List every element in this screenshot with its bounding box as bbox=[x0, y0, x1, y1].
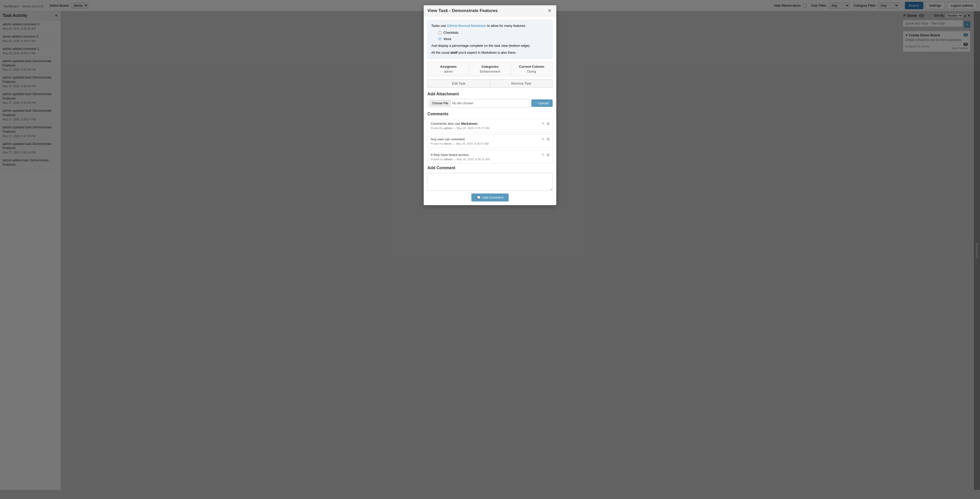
checklist-item: Checklists bbox=[438, 30, 549, 35]
add-comment-heading: Add Comment bbox=[427, 166, 553, 170]
markdown-link[interactable]: GitHub flavored Markdown bbox=[447, 24, 486, 28]
add-attachment-heading: Add Attachment bbox=[427, 92, 553, 96]
categories-label: Categories bbox=[473, 65, 508, 69]
add-comment-textarea[interactable] bbox=[427, 173, 553, 191]
feature-list: Checklists ☑ Work bbox=[435, 30, 549, 42]
add-attachment-section: Add Attachment Choose File No file chose… bbox=[427, 92, 553, 108]
assignees-value: admin bbox=[431, 70, 466, 73]
comment-actions-2: ✎ 🗑 bbox=[541, 137, 550, 142]
modal-body: Tasks use GitHub flavored Markdown to al… bbox=[424, 16, 556, 205]
comment-date-3: May 28, 2020, 8:36:31 AM bbox=[457, 158, 490, 161]
comment-item: Any user can comment. Posted by demo — M… bbox=[427, 134, 553, 148]
task-actions: Edit Task Remove Task bbox=[427, 79, 553, 88]
comment-date-2: May 28, 2020, 8:36:07 AM bbox=[456, 142, 488, 145]
comment-item: If they have board access. Posted by adm… bbox=[427, 150, 553, 164]
usual-text: usual bbox=[441, 51, 449, 54]
attachment-row: Choose File No file chosen ↑ Upload bbox=[427, 99, 553, 108]
current-column-value: Doing bbox=[514, 70, 549, 73]
comment-actions-1: ✎ 🗑 bbox=[541, 121, 550, 126]
modal-overlay[interactable]: View Task - Demonstrate Features ✕ Tasks… bbox=[0, 0, 980, 490]
comment-author-3: admin bbox=[444, 158, 452, 161]
assignees-section: Assignees admin bbox=[428, 62, 469, 76]
stuff-text: stuff bbox=[450, 51, 457, 54]
modal-header: View Task - Demonstrate Features ✕ bbox=[424, 5, 556, 16]
comment-meta-2: Posted by demo — May 28, 2020, 8:36:07 A… bbox=[431, 142, 549, 145]
assignees-label: Assignees bbox=[431, 65, 466, 69]
info-line4: All the usual stuff you'd expect in Mark… bbox=[431, 50, 549, 56]
upload-label: Upload bbox=[538, 101, 549, 105]
comment-delete-button-3[interactable]: 🗑 bbox=[546, 152, 550, 157]
choose-file-button[interactable]: Choose File bbox=[430, 100, 451, 106]
task-meta: Assignees admin Categories Enhancement C… bbox=[427, 62, 553, 76]
current-column-section: Current Column Doing bbox=[511, 62, 552, 76]
comment-author-2: demo bbox=[444, 142, 452, 145]
remove-task-button[interactable]: Remove Task bbox=[490, 79, 553, 88]
comment-edit-button-3[interactable]: ✎ bbox=[541, 152, 545, 157]
comment-text-1: Comments also use Markdown. bbox=[431, 122, 549, 126]
comment-item: Comments also use Markdown. Posted by ad… bbox=[427, 119, 553, 132]
upload-button[interactable]: ↑ Upload bbox=[531, 99, 553, 107]
info-line1: Tasks use GitHub flavored Markdown to al… bbox=[431, 23, 549, 29]
no-file-chosen: No file chosen bbox=[452, 101, 473, 105]
add-comment-button[interactable]: 💬 Add Comment bbox=[471, 193, 509, 201]
comments-heading: Comments bbox=[427, 112, 553, 116]
modal: View Task - Demonstrate Features ✕ Tasks… bbox=[423, 5, 557, 205]
task-info-box: Tasks use GitHub flavored Markdown to al… bbox=[427, 20, 553, 59]
comments-section: Comments Comments also use Markdown. Pos… bbox=[427, 112, 553, 164]
add-comment-btn-wrapper: 💬 Add Comment bbox=[427, 193, 553, 201]
comment-text-3: If they have board access. bbox=[431, 153, 549, 157]
comment-delete-button-1[interactable]: 🗑 bbox=[546, 121, 550, 126]
comment-author-1: admin bbox=[444, 126, 452, 130]
comment-edit-button-2[interactable]: ✎ bbox=[541, 137, 545, 142]
info-line3: And display a percentage complete on the… bbox=[431, 43, 549, 49]
comment-edit-button-1[interactable]: ✎ bbox=[541, 121, 545, 126]
upload-icon: ↑ bbox=[535, 101, 537, 105]
file-input-wrapper: Choose File No file chosen bbox=[427, 99, 529, 108]
current-column-label: Current Column bbox=[514, 65, 549, 69]
comment-actions-3: ✎ 🗑 bbox=[541, 152, 550, 157]
comment-meta-3: Posted by admin — May 28, 2020, 8:36:31 … bbox=[431, 158, 549, 161]
comment-text-2: Any user can comment. bbox=[431, 137, 549, 141]
edit-task-button[interactable]: Edit Task bbox=[427, 79, 490, 88]
comment-meta-1: Posted by admin — May 28, 2020, 8:35:27 … bbox=[431, 126, 549, 130]
work-item: ☑ Work bbox=[438, 36, 549, 42]
add-comment-label: Add Comment bbox=[482, 196, 503, 199]
add-comment-section: Add Comment 💬 Add Comment bbox=[427, 166, 553, 201]
modal-title: View Task - Demonstrate Features bbox=[427, 8, 498, 13]
comment-delete-button-2[interactable]: 🗑 bbox=[546, 137, 550, 142]
categories-value: Enhancement bbox=[473, 70, 508, 73]
markdown-strong: Markdown bbox=[461, 122, 477, 126]
modal-close-button[interactable]: ✕ bbox=[547, 8, 553, 14]
comment-icon: 💬 bbox=[477, 196, 481, 199]
categories-section: Categories Enhancement bbox=[469, 62, 511, 76]
